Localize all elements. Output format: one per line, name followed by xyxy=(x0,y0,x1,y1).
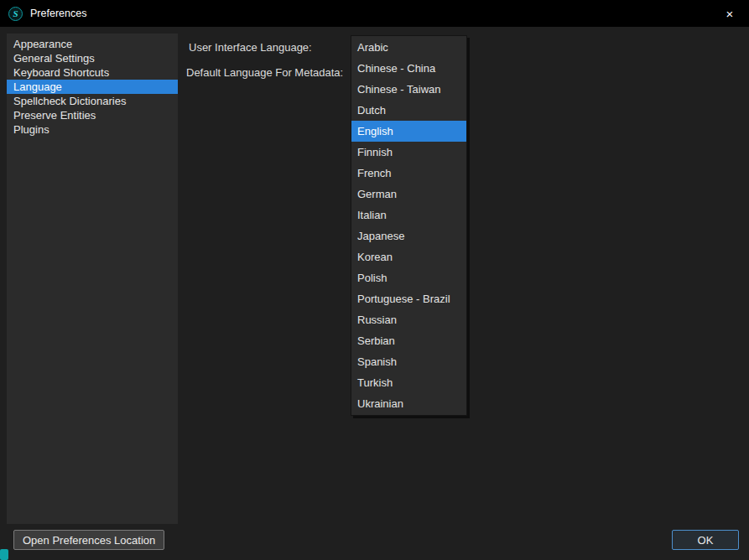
ok-button[interactable]: OK xyxy=(672,530,739,550)
dropdown-option-turkish[interactable]: Turkish xyxy=(351,372,466,393)
dropdown-option-chinese-taiwan[interactable]: Chinese - Taiwan xyxy=(351,79,466,100)
sidebar-item-plugins[interactable]: Plugins xyxy=(7,122,178,137)
background-app-icon xyxy=(0,549,8,560)
dropdown-option-portuguese-brazil[interactable]: Portuguese - Brazil xyxy=(351,288,466,309)
dropdown-option-russian[interactable]: Russian xyxy=(351,309,466,330)
ui-language-label: User Interface Language: xyxy=(189,41,312,54)
dropdown-option-polish[interactable]: Polish xyxy=(351,267,466,288)
dropdown-option-spanish[interactable]: Spanish xyxy=(351,351,466,372)
dropdown-option-korean[interactable]: Korean xyxy=(351,246,466,267)
dropdown-option-english[interactable]: English xyxy=(351,121,466,142)
dropdown-option-italian[interactable]: Italian xyxy=(351,205,466,226)
title-bar: S Preferences × xyxy=(0,0,749,27)
preferences-dialog: S Preferences × Appearance General Setti… xyxy=(0,0,749,560)
dropdown-option-french[interactable]: French xyxy=(351,163,466,184)
sidebar-item-keyboard-shortcuts[interactable]: Keyboard Shortcuts xyxy=(7,65,178,80)
sidebar-item-spellcheck-dictionaries[interactable]: Spellcheck Dictionaries xyxy=(7,94,178,108)
preferences-category-list: Appearance General Settings Keyboard Sho… xyxy=(7,34,178,524)
dropdown-option-arabic[interactable]: Arabic xyxy=(351,37,466,58)
dropdown-option-german[interactable]: German xyxy=(351,184,466,205)
sidebar-item-preserve-entities[interactable]: Preserve Entities xyxy=(7,108,178,122)
sidebar-item-general-settings[interactable]: General Settings xyxy=(7,51,178,65)
dropdown-option-dutch[interactable]: Dutch xyxy=(351,100,466,121)
sigil-app-icon: S xyxy=(8,7,23,21)
metadata-language-label: Default Language For Metadata: xyxy=(186,66,343,79)
window-title: Preferences xyxy=(30,8,86,19)
language-dropdown-list: Arabic Chinese - China Chinese - Taiwan … xyxy=(351,35,467,416)
dropdown-option-finnish[interactable]: Finnish xyxy=(351,142,466,163)
sidebar-item-appearance[interactable]: Appearance xyxy=(7,37,178,51)
dropdown-option-japanese[interactable]: Japanese xyxy=(351,226,466,246)
dropdown-option-serbian[interactable]: Serbian xyxy=(351,330,466,351)
sidebar-item-language[interactable]: Language xyxy=(7,80,178,94)
close-icon[interactable]: × xyxy=(710,0,749,27)
dropdown-option-ukrainian[interactable]: Ukrainian xyxy=(351,393,466,414)
dropdown-option-chinese-china[interactable]: Chinese - China xyxy=(351,58,466,79)
open-preferences-location-button[interactable]: Open Preferences Location xyxy=(13,530,164,550)
